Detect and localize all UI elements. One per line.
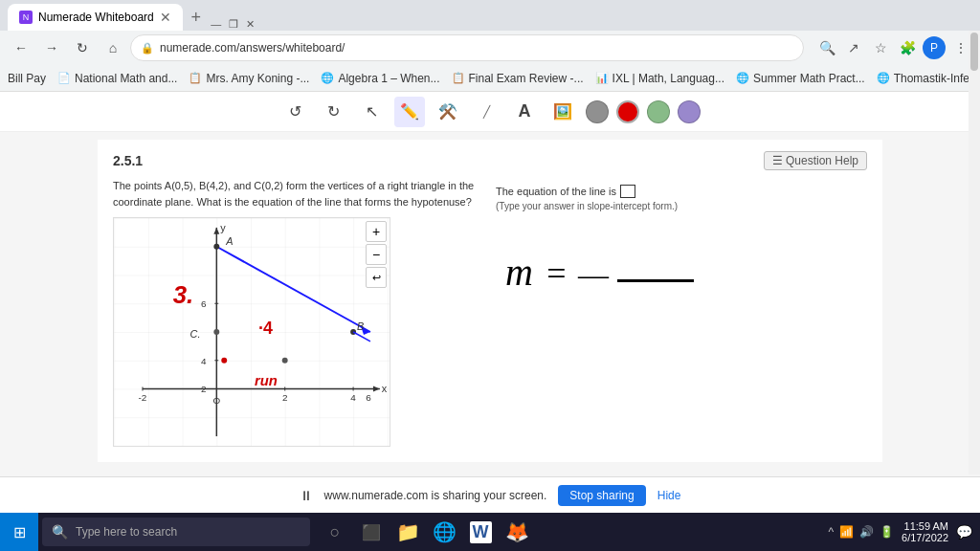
star-btn[interactable]: ☆ [869, 36, 892, 59]
bookmark-thomastik[interactable]: 🌐 Thomastik-Infeld C... [877, 72, 980, 85]
search-icon: 🔍 [52, 524, 68, 540]
handwriting-area[interactable]: m = — [496, 240, 867, 304]
bookmark-icon: 📋 [189, 72, 202, 84]
sharing-icon: ⏸ [300, 488, 313, 503]
network-icon[interactable]: 📶 [839, 525, 854, 539]
image-tool[interactable]: 🖼️ [547, 97, 578, 127]
svg-text:run: run [255, 373, 278, 388]
svg-text:C.: C. [190, 328, 201, 340]
taskbar-explorer[interactable]: 📁 [390, 513, 425, 551]
taskbar-taskview[interactable]: ⬛ [354, 513, 389, 551]
windows-icon: ⊞ [13, 523, 26, 541]
start-button[interactable]: ⊞ [0, 513, 38, 551]
svg-text:2: 2 [201, 384, 207, 394]
undo-button[interactable]: ↺ [279, 97, 310, 127]
stop-sharing-button[interactable]: Stop sharing [558, 485, 645, 506]
browser-titlebar: N Numerade Whiteboard ✕ + — ❒ ✕ [0, 0, 980, 31]
restore-btn[interactable]: ❒ [227, 17, 240, 31]
color-gray[interactable] [586, 100, 609, 123]
profile-btn[interactable]: P [923, 36, 946, 59]
clock[interactable]: 11:59 AM 6/17/2022 [902, 520, 948, 543]
svg-point-23 [213, 244, 219, 250]
refresh-button[interactable]: ↻ [69, 34, 96, 61]
sharing-banner: ⏸ www.numerade.com is sharing your scree… [0, 476, 980, 513]
select-tool[interactable]: ↖ [356, 97, 387, 127]
taskbar-edge[interactable]: 🌐 [427, 513, 461, 551]
scrollbar-thumb[interactable] [970, 33, 978, 71]
volume-icon[interactable]: 🔊 [859, 525, 874, 539]
taskbar-cortana[interactable]: ○ [318, 513, 352, 551]
tools-menu[interactable]: ⚒️ [433, 97, 463, 127]
answer-box[interactable] [620, 185, 635, 198]
minimize-btn[interactable]: — [210, 17, 223, 31]
draw-tool[interactable]: ✏️ [394, 97, 425, 127]
close-btn[interactable]: ✕ [244, 17, 257, 31]
svg-text:3.: 3. [173, 281, 194, 308]
search-btn[interactable]: 🔍 [815, 36, 838, 59]
bookmark-national-math[interactable]: 📄 National Math and... [57, 72, 177, 85]
bookmark-summer-math[interactable]: 🌐 Summer Math Pract... [736, 72, 865, 85]
taskbar-app6[interactable]: 🦊 [500, 513, 534, 551]
active-tab[interactable]: N Numerade Whiteboard ✕ [8, 4, 183, 31]
question-text: The points A(0,5), B(4,2), and C(0,2) fo… [113, 178, 477, 209]
question-help-button[interactable]: ☰ Question Help [764, 151, 867, 170]
svg-point-33 [221, 358, 227, 364]
bookmark-algebra[interactable]: 🌐 Algebra 1 – When... [321, 72, 439, 85]
date-display: 6/17/2022 [902, 532, 948, 543]
hide-button[interactable]: Hide [657, 489, 681, 502]
zoom-out-button[interactable]: − [366, 244, 387, 265]
question-left: The points A(0,5), B(4,2), and C(0,2) fo… [113, 178, 477, 451]
svg-text:4: 4 [201, 356, 207, 366]
taskbar-word[interactable]: W [463, 513, 498, 551]
browser-controls: ← → ↻ ⌂ 🔒 numerade.com/answers/whiteboar… [0, 31, 980, 65]
question-right: The equation of the line is (Type your a… [496, 178, 867, 451]
bookmark-ixl[interactable]: 📊 IXL | Math, Languag... [595, 72, 724, 85]
share-btn[interactable]: ↗ [842, 36, 865, 59]
bookmark-final-exam[interactable]: 📋 Final Exam Review -... [452, 72, 584, 85]
tab-bar: N Numerade Whiteboard ✕ + — ❒ ✕ [8, 0, 257, 31]
extensions-btn[interactable]: 🧩 [896, 36, 919, 59]
color-purple[interactable] [678, 100, 701, 123]
page-scrollbar[interactable] [969, 31, 980, 474]
svg-point-26 [282, 358, 288, 364]
svg-text:A: A [225, 235, 233, 247]
zoom-in-button[interactable]: + [366, 221, 387, 242]
question-number: 2.5.1 [113, 153, 143, 168]
taskbar-apps: ○ ⬛ 📁 🌐 W 🦊 [318, 513, 534, 551]
bookmark-icon: 📋 [452, 72, 465, 84]
new-tab-button[interactable]: + [183, 4, 210, 31]
forward-button[interactable]: → [38, 34, 65, 61]
main-content: 2.5.1 ☰ Question Help The points A(0,5),… [0, 132, 980, 476]
address-bar[interactable]: 🔒 numerade.com/answers/whiteboard/ [130, 34, 804, 61]
redo-button[interactable]: ↻ [318, 97, 348, 127]
question-header: 2.5.1 ☰ Question Help [113, 151, 867, 170]
tab-title: Numerade Whiteboard [38, 11, 154, 24]
handwritten-negative: — [578, 257, 609, 292]
system-icons: ^ 📶 🔊 🔋 [828, 525, 894, 539]
equation-label: The equation of the line is [496, 186, 616, 197]
home-button[interactable]: ⌂ [100, 34, 126, 61]
notification-btn[interactable]: 💬 [956, 524, 972, 540]
eraser-tool[interactable]: ╱ [471, 97, 501, 127]
tab-close-btn[interactable]: ✕ [160, 10, 171, 25]
color-green[interactable] [647, 100, 670, 123]
svg-text:O: O [212, 395, 220, 406]
taskbar-search[interactable]: 🔍 Type here to search [42, 518, 310, 546]
question-container: 2.5.1 ☰ Question Help The points A(0,5),… [98, 140, 882, 462]
text-tool[interactable]: A [509, 97, 540, 127]
chevron-icon[interactable]: ^ [828, 525, 834, 539]
cortana-icon: ○ [330, 522, 341, 542]
bookmark-icon: 📊 [595, 72, 609, 84]
back-button[interactable]: ← [8, 34, 34, 61]
zoom-reset-button[interactable]: ↩ [366, 267, 387, 288]
bookmark-bill-pay[interactable]: Bill Pay [8, 72, 46, 85]
question-body: The points A(0,5), B(4,2), and C(0,2) fo… [113, 178, 867, 451]
svg-text:6: 6 [201, 298, 207, 309]
time-display: 11:59 AM [902, 520, 948, 532]
bookmarks-bar: Bill Pay 📄 National Math and... 📋 Mrs. A… [0, 65, 980, 92]
whiteboard-toolbar: ↺ ↻ ↖ ✏️ ⚒️ ╱ A 🖼️ [0, 92, 980, 132]
svg-text:y: y [220, 222, 226, 233]
color-red[interactable] [616, 100, 639, 123]
bookmark-amy-koning[interactable]: 📋 Mrs. Amy Koning -... [189, 72, 309, 85]
slope-intercept-note: (Type your answer in slope-intercept for… [496, 201, 867, 211]
